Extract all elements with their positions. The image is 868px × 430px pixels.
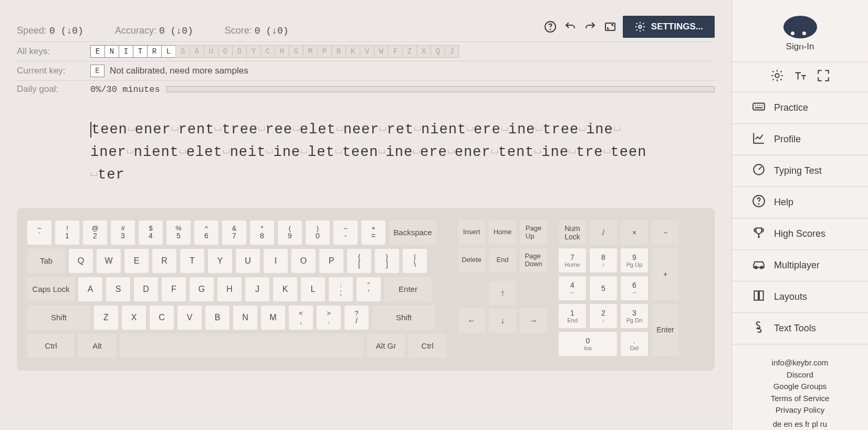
expand-icon[interactable]	[817, 69, 830, 85]
key-chip-l[interactable]: L	[161, 45, 175, 58]
key-7[interactable]: &7	[222, 221, 246, 245]
key-z[interactable]: Z	[94, 306, 118, 330]
key-chip-k[interactable]: K	[346, 45, 360, 58]
arrow-down-key[interactable]: ↓	[489, 309, 516, 333]
key-chip-r[interactable]: R	[147, 45, 161, 58]
footer-link[interactable]: info@keybr.com	[771, 357, 830, 369]
shift-left-key[interactable]: Shift	[27, 306, 90, 330]
key-j[interactable]: J	[245, 277, 269, 301]
help-icon[interactable]	[543, 19, 558, 34]
nav-text-tools[interactable]: Text Tools	[732, 313, 868, 344]
key-k[interactable]: K	[273, 277, 297, 301]
numpad-enter-key[interactable]: Enter	[652, 304, 679, 356]
key-m[interactable]: M	[261, 306, 285, 330]
key--[interactable]: –-	[333, 221, 358, 245]
key-1[interactable]: !1	[55, 221, 79, 245]
key-chip-x[interactable]: X	[416, 45, 431, 58]
key-/[interactable]: ?/	[344, 306, 369, 330]
nav-page-down-key[interactable]: PageDown	[520, 248, 547, 272]
key-chip-s[interactable]: S	[175, 45, 190, 58]
locale-fr[interactable]: fr	[805, 419, 810, 428]
key-chip-c[interactable]: C	[260, 45, 275, 58]
numpad-5-key[interactable]: 5	[590, 276, 617, 300]
numpad-7-key[interactable]: 7Home	[559, 248, 586, 272]
footer-link[interactable]: Terms of Service	[771, 393, 830, 405]
undo-icon[interactable]	[563, 19, 578, 34]
numlock-key[interactable]: NumLock	[559, 221, 586, 245]
altgr-key[interactable]: Alt Gr	[367, 334, 405, 358]
key-h[interactable]: H	[217, 277, 242, 301]
key-0[interactable]: )0	[306, 221, 330, 245]
redo-icon[interactable]	[583, 19, 598, 34]
key-t[interactable]: T	[180, 249, 204, 273]
nav-delete-key[interactable]: Delete	[458, 248, 485, 272]
key-g[interactable]: G	[190, 277, 214, 301]
locale-de[interactable]: de	[773, 419, 782, 428]
key-chip-n[interactable]: N	[104, 45, 119, 58]
alt-left-key[interactable]: Alt	[78, 334, 116, 358]
key-=[interactable]: +=	[361, 221, 385, 245]
ctrl-left-key[interactable]: Ctrl	[27, 334, 75, 358]
tab-key[interactable]: Tab	[27, 249, 65, 273]
key-u[interactable]: U	[236, 249, 260, 273]
nav-layouts[interactable]: Layouts	[732, 281, 868, 313]
key-e[interactable]: E	[124, 249, 149, 273]
key-chip-y[interactable]: Y	[246, 45, 260, 58]
locale-es[interactable]: es	[794, 419, 803, 428]
key-i[interactable]: I	[264, 249, 288, 273]
enter-key[interactable]: Enter	[384, 277, 432, 301]
key-chip-u[interactable]: U	[204, 45, 218, 58]
key-chip-z[interactable]: Z	[402, 45, 416, 58]
key-o[interactable]: O	[291, 249, 316, 273]
key-chip-o[interactable]: O	[218, 45, 232, 58]
nav-home-key[interactable]: Home	[489, 221, 516, 245]
nav-help[interactable]: Help	[732, 187, 868, 218]
key-chip-e[interactable]: E	[90, 45, 104, 58]
key-chip-f[interactable]: F	[388, 45, 402, 58]
nav-profile[interactable]: Profile	[732, 124, 868, 155]
key-9[interactable]: (9	[278, 221, 302, 245]
settings-button[interactable]: SETTINGS...	[623, 16, 715, 38]
typing-text[interactable]: teenenerrenttreereeeletneerretnienterein…	[90, 119, 647, 187]
key-v[interactable]: V	[177, 306, 202, 330]
ctrl-right-key[interactable]: Ctrl	[409, 334, 446, 358]
nav-page-up-key[interactable]: PageUp	[520, 221, 547, 245]
key-][interactable]: }]	[375, 249, 399, 273]
key-c[interactable]: C	[150, 306, 174, 330]
nav-end-key[interactable]: End	[489, 248, 516, 272]
key-l[interactable]: L	[301, 277, 325, 301]
key-p[interactable]: P	[319, 249, 343, 273]
key-chip-j[interactable]: J	[445, 45, 459, 58]
numpad-1-key[interactable]: 1End	[559, 304, 586, 328]
key-f[interactable]: F	[162, 277, 186, 301]
key-`[interactable]: ~`	[27, 221, 51, 245]
key-5[interactable]: %5	[166, 221, 191, 245]
key-chip-h[interactable]: H	[275, 45, 289, 58]
footer-link[interactable]: Discord	[771, 369, 830, 381]
key-chip-i[interactable]: I	[119, 45, 133, 58]
locale-en[interactable]: en	[783, 419, 792, 428]
nav-typing-test[interactable]: Typing Test	[732, 155, 868, 187]
arrow-right-key[interactable]: →	[520, 309, 547, 333]
key-,[interactable]: <,	[289, 306, 313, 330]
key-w[interactable]: W	[97, 249, 121, 273]
numpad-9-key[interactable]: 9Pg Up	[621, 248, 648, 272]
numpad-divide-key[interactable]: /	[590, 221, 617, 245]
key-chip-b[interactable]: B	[331, 45, 346, 58]
numpad-add-key[interactable]: +	[652, 248, 679, 300]
key-chip-w[interactable]: W	[374, 45, 388, 58]
key-x[interactable]: X	[122, 306, 146, 330]
avatar[interactable]	[783, 16, 817, 38]
fullscreen-icon[interactable]	[603, 19, 618, 34]
arrow-up-key[interactable]: ↑	[489, 281, 516, 305]
footer-link[interactable]: Google Groups	[771, 381, 830, 393]
locale-ru[interactable]: ru	[820, 419, 827, 428]
key-;[interactable]: :;	[329, 277, 353, 301]
key-d[interactable]: D	[134, 277, 158, 301]
key-chip-t[interactable]: T	[133, 45, 147, 58]
key-4[interactable]: $4	[139, 221, 163, 245]
key-n[interactable]: N	[233, 306, 257, 330]
backspace-key[interactable]: Backspace	[389, 221, 436, 245]
key-.[interactable]: >.	[317, 306, 341, 330]
numpad-4-key[interactable]: 4←	[559, 276, 586, 300]
